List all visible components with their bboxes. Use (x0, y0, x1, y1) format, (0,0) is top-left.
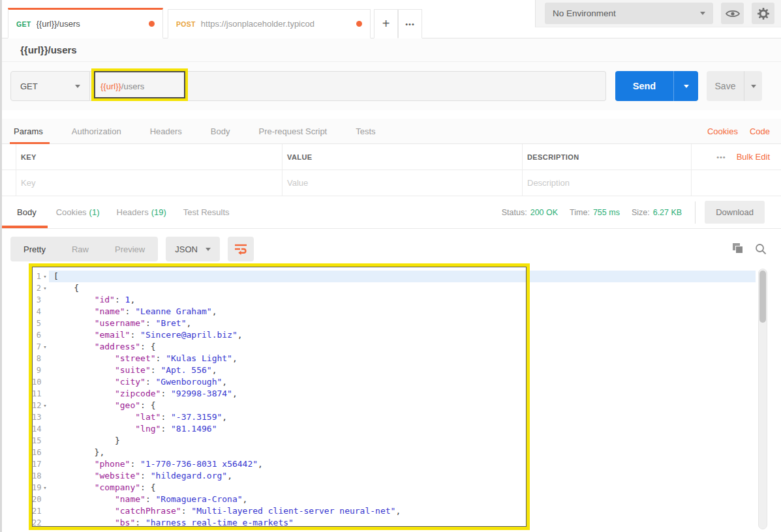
line-number: 19 (32, 482, 41, 494)
code-line: 17 "phone": "1-770-736-8031 x56442", (32, 458, 756, 470)
view-mode-preview[interactable]: Preview (102, 237, 158, 261)
tab-params[interactable]: Params (14, 119, 57, 143)
tab-title: {{url}}/users (37, 19, 80, 29)
chevron-down-icon (751, 85, 756, 88)
params-menu-icon[interactable]: ••• (716, 153, 726, 161)
key-input[interactable]: Key (16, 170, 283, 196)
code-line: 14 "lng": "81.1496" (32, 423, 756, 435)
new-tab-button[interactable]: + (374, 9, 398, 38)
tab-headers[interactable]: Headers (136, 119, 196, 143)
download-button[interactable]: Download (705, 201, 765, 224)
scrollbar-thumb[interactable] (759, 271, 766, 323)
code-line: 13 "lat": "-37.3159", (32, 411, 756, 423)
code-line: 1▾[ (32, 271, 756, 282)
save-button[interactable]: Save (707, 71, 744, 101)
request-links: Cookies Code (707, 126, 770, 136)
tab-authorization[interactable]: Authorization (57, 119, 136, 143)
tab-body[interactable]: Body (196, 119, 245, 143)
code-line: 18 "website": "hildegard.org", (32, 470, 756, 482)
postman-app: GET {{url}}/users POST https://jsonplace… (0, 0, 781, 532)
line-number: 8 (32, 353, 41, 364)
code-line: 6 "email": "Sincere@april.biz", (32, 329, 756, 341)
fold-toggle-icon[interactable]: ▾ (41, 282, 49, 294)
language-selector[interactable]: JSON (166, 237, 220, 261)
chevron-down-icon (75, 85, 80, 88)
request-name: {{url}}/users (20, 44, 77, 55)
view-mode-raw[interactable]: Raw (59, 237, 102, 261)
method-selector-value: GET (20, 81, 38, 91)
view-mode-switcher: Pretty Raw Preview (10, 237, 158, 261)
search-icon[interactable] (755, 243, 767, 255)
line-number: 10 (32, 376, 41, 388)
row-handle-cell (2, 170, 16, 196)
environment-selector-value: No Environment (553, 8, 616, 18)
row-handle-cell (2, 144, 16, 170)
line-number: 12 (32, 400, 41, 411)
plus-icon: + (382, 16, 390, 31)
url-builder: GET {{url}}/users Send Save (2, 62, 781, 110)
view-mode-pretty[interactable]: Pretty (10, 237, 59, 261)
line-number: 4 (32, 306, 41, 318)
settings-button[interactable] (752, 3, 774, 24)
fold-toggle-icon[interactable]: ▾ (41, 482, 49, 494)
line-number: 9 (32, 364, 41, 376)
response-tab-test-results[interactable]: Test Results (175, 196, 241, 228)
line-number: 17 (32, 458, 41, 470)
response-header: Body Cookies (1) Headers (19) Test Resul… (2, 196, 781, 229)
send-options-button[interactable] (673, 71, 698, 101)
scrollbar-track[interactable] (758, 269, 767, 529)
value-input[interactable]: Value (283, 170, 523, 196)
method-selector[interactable]: GET (10, 71, 90, 101)
cookies-link[interactable]: Cookies (707, 126, 738, 136)
tab-options-button[interactable]: ••• (398, 9, 422, 38)
wrap-text-button[interactable] (228, 237, 254, 261)
code-line: 16 }, (32, 447, 756, 458)
fold-toggle-icon[interactable]: ▾ (41, 400, 49, 411)
copy-icon[interactable] (733, 243, 744, 255)
bulk-edit-link[interactable]: Bulk Edit (737, 152, 770, 162)
response-viewer-toolbar: Pretty Raw Preview JSON (2, 235, 781, 263)
response-tab-body[interactable]: Body (8, 196, 48, 228)
viewer-icons (733, 243, 767, 255)
response-tab-headers[interactable]: Headers (19) (108, 196, 175, 228)
code-line: 11 "zipcode": "92998-3874", (32, 388, 756, 400)
code-line: 2▾ { (32, 282, 756, 294)
tab-pre-request-script[interactable]: Pre-request Script (244, 119, 341, 143)
params-actions: ••• Bulk Edit (692, 144, 781, 170)
fold-toggle-icon[interactable]: ▾ (41, 341, 49, 353)
code-line: 4 "name": "Leanne Graham", (32, 306, 756, 318)
code-line: 5 "username": "Bret", (32, 318, 756, 329)
code-line: 22 "bs": "harness real-time e-markets" (32, 517, 756, 529)
environment-quick-look-button[interactable] (721, 3, 744, 24)
line-number: 5 (32, 318, 41, 329)
code-link[interactable]: Code (750, 126, 770, 136)
time-label: Time: (570, 208, 590, 217)
tab-tests[interactable]: Tests (341, 119, 390, 143)
request-tab-post-jsonplaceholder[interactable]: POST https://jsonplaceholder.typicod (168, 9, 371, 38)
tab-method-badge: GET (16, 20, 31, 28)
divider (695, 201, 696, 224)
size-value: 6.27 KB (653, 208, 682, 217)
chevron-down-icon (206, 248, 211, 251)
fold-toggle-icon[interactable]: ▾ (41, 271, 49, 282)
params-input-row: Key Value Description (2, 170, 781, 196)
request-tab-get-users[interactable]: GET {{url}}/users (8, 8, 163, 38)
eye-icon (726, 9, 740, 18)
send-button[interactable]: Send (615, 71, 673, 101)
time-value: 755 ms (593, 208, 620, 217)
environment-selector[interactable]: No Environment (545, 3, 713, 24)
code-editor-lines: 1▾[2▾ {3 "id": 1,4 "name": "Leanne Graha… (32, 271, 756, 529)
response-tab-cookies[interactable]: Cookies (1) (48, 196, 108, 228)
ellipsis-icon: ••• (405, 20, 415, 28)
line-number: 16 (32, 447, 41, 458)
url-input[interactable]: {{url}}/users (90, 71, 606, 101)
save-options-button[interactable] (744, 71, 762, 101)
wrap-text-icon (234, 243, 247, 255)
tab-bar: GET {{url}}/users POST https://jsonplace… (2, 0, 781, 38)
unsaved-changes-dot (149, 21, 155, 27)
description-input[interactable]: Description (523, 170, 692, 196)
url-variable: {{url}} (100, 81, 121, 91)
status-label: Status: (502, 208, 527, 217)
request-name-row: {{url}}/users (2, 38, 781, 62)
line-number: 21 (32, 505, 41, 517)
